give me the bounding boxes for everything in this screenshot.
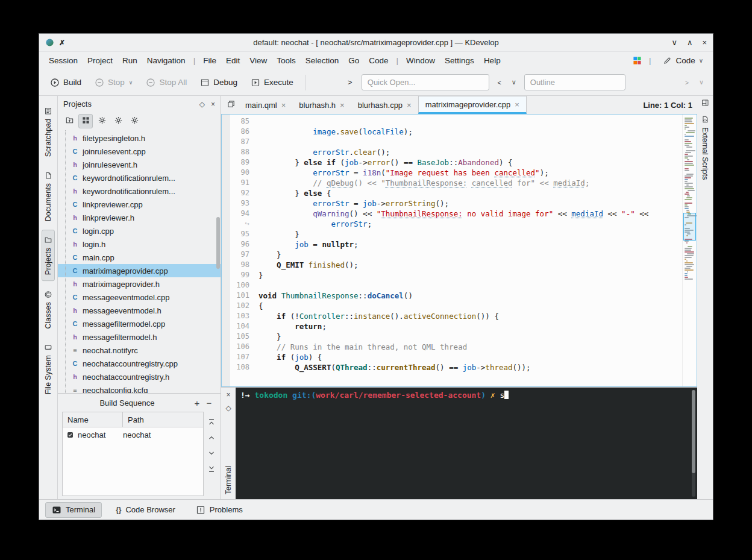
terminal-content[interactable]: !→ tokodon git:(work/carl/remember-selec… [236,388,697,499]
quick-open-input[interactable] [362,74,489,90]
tree-item-messageeventmodel-cpp[interactable]: Cmessageeventmodel.cpp [58,291,221,304]
menu-window[interactable]: Window [401,54,440,67]
tree-item-neochat-notifyrc[interactable]: ≡neochat.notifyrc [58,344,221,357]
quick-open-dropdown-button[interactable]: ∨ [509,76,519,89]
toolbar-dropdown-button[interactable]: ∨ [696,76,707,89]
debug-button[interactable]: Debug [195,75,242,90]
toolbar-overflow-button[interactable]: > [682,76,692,89]
menu-session[interactable]: Session [44,54,83,67]
minimize-button[interactable]: ∨ [671,38,677,47]
tree-item-keywordnotificationrulem[interactable]: hkeywordnotificationrulem... [58,184,221,198]
run-settings-icon-button[interactable] [127,114,142,128]
tree-item-linkpreviewer-cpp[interactable]: Clinkpreviewer.cpp [58,198,221,211]
tree-item-matriximageprovider-h[interactable]: hmatriximageprovider.h [58,277,221,291]
pin-icon[interactable]: ✗ [59,39,65,47]
tree-item-neochatconfig-kcfg[interactable]: ≡neochatconfig.kcfg [58,383,221,393]
tree-item-messagefiltermodel-h[interactable]: hmessagefiltermodel.h [58,330,221,344]
detach-icon[interactable]: ◇ [199,100,205,109]
menu-settings[interactable]: Settings [440,54,479,67]
line-numbers[interactable]: 85868788899091929394↪9596979899100101102… [230,115,252,386]
statusbar-code-browser-button[interactable]: {}Code Browser [109,502,182,518]
menu-help[interactable]: Help [479,54,506,67]
tab-close-icon[interactable]: × [340,101,345,110]
toolbar-expand-button[interactable]: > [343,75,357,90]
menu-file[interactable]: File [198,54,221,67]
menu-go[interactable]: Go [343,54,364,67]
tab-close-icon[interactable]: × [407,101,412,110]
tab-close-icon[interactable]: × [515,100,519,109]
quick-open-prev-button[interactable]: < [494,76,505,89]
statusbar-problems-button[interactable]: Problems [189,502,249,518]
targets-toggle-icon-button[interactable] [78,114,93,128]
menu-project[interactable]: Project [83,54,118,67]
tree-item-main-cpp[interactable]: Cmain.cpp [58,251,221,264]
dock-tab-scratchpad[interactable]: Scratchpad [42,101,55,163]
build-settings-icon-button[interactable] [111,114,125,128]
maximize-button[interactable]: ∧ [687,38,693,47]
kdevelop-app-icon[interactable] [45,38,54,47]
tree-item-linkpreviewer-h[interactable]: hlinkpreviewer.h [58,211,221,224]
close-icon[interactable]: × [211,100,215,109]
add-build-item-button[interactable]: + [191,398,203,408]
terminal-scrollbar[interactable] [692,390,695,497]
tree-item-messagefiltermodel-cpp[interactable]: Cmessagefiltermodel.cpp [58,317,221,330]
dock-tab-external-scripts[interactable]: External Scripts [700,112,710,184]
menu-selection[interactable]: Selection [301,54,344,67]
menu-tools[interactable]: Tools [272,54,301,67]
area-grid-icon[interactable] [633,56,642,65]
tab-close-icon[interactable]: × [281,101,286,110]
menu-navigation[interactable]: Navigation [142,54,190,67]
remove-build-item-button[interactable]: − [203,398,215,408]
terminal-tab-label[interactable]: Terminal [224,466,233,494]
stop-button[interactable]: Stop∨ [90,75,137,90]
stop-all-button[interactable]: Stop All [141,75,192,90]
terminal-scrollbar-thumb[interactable] [692,390,695,473]
menu-view[interactable]: View [245,54,272,67]
menu-edit[interactable]: Edit [221,54,245,67]
editor-tab-blurhash-cpp[interactable]: blurhash.cpp× [351,96,418,114]
tree-item-neochataccountregistry-h[interactable]: hneochataccountregistry.h [58,370,221,383]
move-down-icon-button[interactable] [207,449,216,458]
area-switcher-code[interactable]: Code∨ [658,54,708,67]
dock-tab-documents[interactable]: Documents [42,165,55,227]
move-bottom-icon-button[interactable] [207,465,216,473]
code-lines[interactable]: image.save(localFile); errorStr.clear();… [252,115,682,386]
documents-list-button[interactable] [223,96,239,114]
tree-item-matriximageprovider-cpp[interactable]: Cmatriximageprovider.cpp [58,264,221,277]
terminal-detach-button[interactable]: ◇ [223,403,234,414]
move-up-icon-button[interactable] [207,433,216,442]
dock-tab-projects[interactable]: Projects [42,230,55,281]
move-top-icon-button[interactable] [207,418,216,426]
tree-item-filetypesingleton-h[interactable]: hfiletypesingleton.h [58,131,221,145]
tree-item-joinrulesevent-h[interactable]: hjoinrulesevent.h [58,158,221,171]
close-button[interactable]: × [702,38,707,47]
terminal-close-button[interactable]: × [223,389,234,400]
editor-tab-matriximageprovider-cpp[interactable]: matriximageprovider.cpp× [418,96,527,114]
dock-tab-classes[interactable]: Classes [42,284,55,335]
editor-tab-main-qml[interactable]: main.qml× [239,96,292,114]
tree-item-joinrulesevent-cpp[interactable]: Cjoinrulesevent.cpp [58,145,221,158]
configure-icon-button[interactable] [95,114,109,128]
minimap-viewport[interactable] [683,213,696,241]
build-sequence-row[interactable]: neochatneochat [63,427,203,442]
tree-item-login-cpp[interactable]: Clogin.cpp [58,224,221,238]
project-tree[interactable]: hfiletypesingleton.hCjoinrulesevent.cpph… [58,130,221,393]
outline-input[interactable] [524,74,625,90]
menu-run[interactable]: Run [118,54,142,67]
statusbar-terminal-button[interactable]: Terminal [45,502,102,518]
tree-item-messageeventmodel-h[interactable]: hmessageeventmodel.h [58,304,221,317]
external-scripts-expand-button[interactable] [700,98,710,109]
tree-scrollbar[interactable] [216,217,220,269]
build-button[interactable]: Build [45,75,86,90]
tree-item-keywordnotificationrulem[interactable]: Ckeywordnotificationrulem... [58,171,221,184]
dock-tab-file-system[interactable]: File System [42,337,55,400]
menu-code[interactable]: Code [364,54,393,67]
tree-item-login-h[interactable]: hlogin.h [58,238,221,251]
editor-icon-border[interactable] [222,115,230,386]
tree-item-neochataccountregistry-cpp[interactable]: Cneochataccountregistry.cpp [58,357,221,370]
editor-tab-blurhash-h[interactable]: blurhash.h× [292,96,351,114]
minimap[interactable] [682,115,697,386]
execute-button[interactable]: Execute [246,75,298,90]
new-project-icon-button[interactable] [62,114,77,128]
titlebar[interactable]: ✗ default: neochat - [ neochat/src/matri… [39,34,713,52]
